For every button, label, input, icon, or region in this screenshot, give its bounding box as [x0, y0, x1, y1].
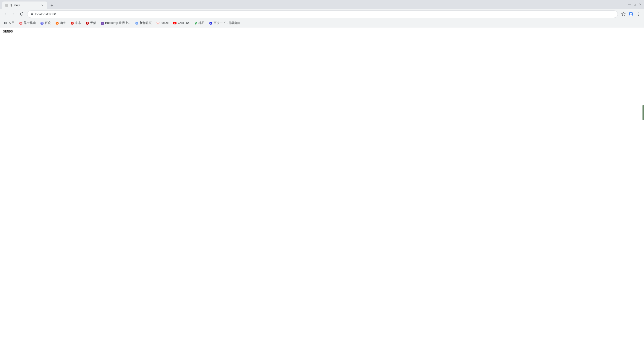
bookmark-star-button[interactable] [620, 11, 627, 18]
bookmark-maps-label: 地图 [198, 21, 205, 25]
tab-close-btn[interactable]: ✕ [40, 3, 44, 7]
svg-text:天: 天 [86, 22, 89, 24]
page-body-text: SENDS [3, 29, 13, 33]
bookmark-baidu-search[interactable]: 百 百度一下，你就知道 [207, 20, 243, 26]
window-controls: — □ ✕ [627, 3, 642, 6]
minimize-button[interactable]: — [627, 3, 631, 6]
bookmark-tianmao[interactable]: 天 天猫 [84, 20, 98, 26]
svg-rect-8 [6, 22, 7, 23]
svg-text:苏: 苏 [20, 22, 22, 24]
scrollbar-handle[interactable] [642, 105, 644, 120]
gmail-icon: M [156, 21, 160, 25]
bookmark-newtab[interactable]: ⊕ 新标签页 [133, 20, 154, 26]
svg-point-29 [195, 22, 196, 23]
refresh-button[interactable] [18, 11, 25, 18]
page-content: SENDS [0, 27, 644, 350]
svg-text:百: 百 [41, 22, 43, 24]
baidu-icon: 百 [40, 21, 44, 25]
bookmark-suning[interactable]: 苏 苏宁易购 [17, 20, 38, 26]
svg-rect-0 [5, 4, 8, 7]
taobao-icon: 淘 [55, 21, 59, 25]
lock-icon [30, 12, 33, 16]
new-tab-button[interactable]: + [48, 2, 55, 9]
svg-point-3 [630, 13, 632, 14]
svg-rect-7 [4, 22, 5, 23]
bookmark-baidu[interactable]: 百 百度 [38, 20, 53, 26]
back-button[interactable] [2, 11, 9, 18]
toolbar-actions [620, 11, 642, 18]
bookmark-baidu-search-label: 百度一下，你就知道 [214, 21, 241, 25]
tab-title: $Title$ [11, 4, 38, 7]
newtab-icon: ⊕ [135, 21, 139, 25]
profile-button[interactable] [627, 11, 634, 18]
bookmark-newtab-label: 新标签页 [140, 21, 152, 25]
svg-text:B: B [102, 22, 103, 24]
bookmark-youtube-label: YouTube [178, 21, 189, 25]
address-bar[interactable]: localhost:8080 [27, 10, 618, 18]
svg-text:京: 京 [71, 22, 73, 24]
bookmark-baidu-label: 百度 [45, 21, 51, 25]
bookmark-maps[interactable]: 地图 [192, 20, 207, 26]
youtube-icon [173, 21, 177, 25]
bookmark-youtube[interactable]: YouTube [171, 21, 191, 25]
bookmark-bootstrap[interactable]: B Bootstrap·世界上... [99, 20, 133, 26]
baidu-search-icon: 百 [209, 21, 213, 25]
tab-favicon [5, 4, 9, 7]
bookmark-suning-label: 苏宁易购 [24, 21, 36, 25]
bookmark-gmail-label: Gmail [161, 21, 169, 25]
svg-point-4 [638, 13, 639, 13]
apps-grid-icon [4, 21, 8, 25]
maps-icon [194, 21, 197, 25]
jd-icon: 京 [70, 21, 74, 25]
bookmark-apps-label: 应用 [9, 21, 15, 25]
svg-text:M: M [157, 22, 158, 24]
tianmao-icon: 天 [86, 21, 89, 25]
maximize-button[interactable]: □ [633, 3, 636, 6]
suning-icon: 苏 [19, 21, 23, 25]
svg-rect-10 [6, 23, 7, 24]
browser-chrome: $Title$ ✕ + — □ ✕ [0, 0, 644, 27]
svg-rect-9 [4, 23, 5, 24]
bookmark-jd[interactable]: 京 京东 [68, 20, 83, 26]
toolbar: localhost:8080 [0, 9, 644, 19]
bookmark-bootstrap-label: Bootstrap·世界上... [105, 21, 131, 25]
forward-button[interactable] [10, 11, 17, 18]
bookmark-gmail[interactable]: M Gmail [154, 21, 171, 25]
svg-point-6 [638, 15, 639, 16]
url-text: localhost:8080 [35, 12, 615, 16]
bookmark-apps[interactable]: 应用 [2, 20, 17, 26]
svg-rect-1 [31, 14, 33, 15]
svg-text:淘: 淘 [56, 22, 58, 24]
bookmark-tianmao-label: 天猫 [90, 21, 96, 25]
active-tab[interactable]: $Title$ ✕ [2, 2, 47, 9]
svg-text:百: 百 [210, 23, 212, 24]
bookmark-taobao-label: 淘宝 [60, 21, 66, 25]
close-button[interactable]: ✕ [638, 3, 642, 6]
bootstrap-icon: B [101, 21, 104, 25]
browser-menu-button[interactable] [635, 11, 642, 18]
svg-point-5 [638, 14, 639, 14]
svg-text:⊕: ⊕ [136, 22, 138, 24]
title-bar: $Title$ ✕ + — □ ✕ [0, 0, 644, 9]
bookmark-taobao[interactable]: 淘 淘宝 [53, 20, 68, 26]
tab-strip: $Title$ ✕ + [2, 0, 627, 9]
bookmarks-bar: 应用 苏 苏宁易购 百 百度 淘 淘宝 京 京东 [0, 19, 644, 27]
bookmark-jd-label: 京东 [75, 21, 81, 25]
